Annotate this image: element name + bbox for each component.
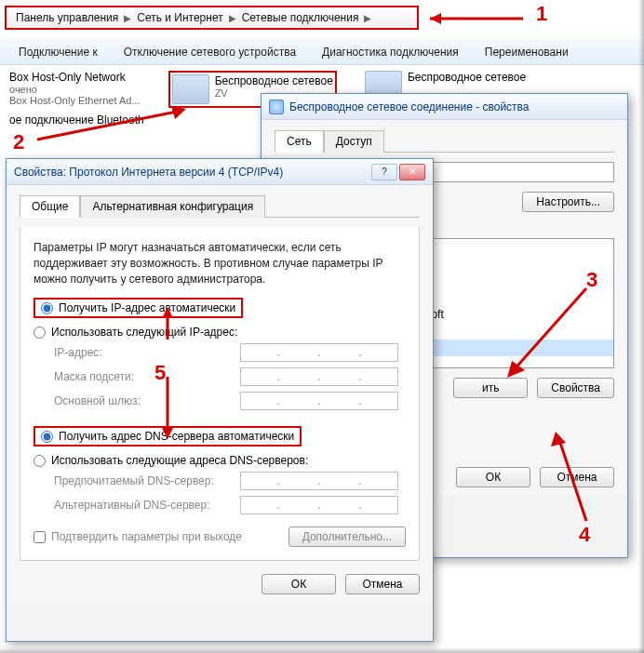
tab-network[interactable]: Сеть xyxy=(275,130,324,153)
install-button[interactable]: ить xyxy=(453,378,528,398)
tab-alternative-config[interactable]: Альтернативная конфигурация xyxy=(80,195,265,218)
tab-general[interactable]: Общие xyxy=(20,195,80,218)
tabstrip: Сеть Доступ xyxy=(275,129,614,153)
radio-manual-ip-input[interactable] xyxy=(34,326,46,339)
breadcrumb-item-network-internet[interactable]: Сеть и Интернет xyxy=(133,11,226,24)
field-subnet-mask: Маска подсети: ... xyxy=(34,365,406,389)
input-dns1: ... xyxy=(240,472,398,490)
close-button[interactable]: ✕ xyxy=(399,164,425,180)
chevron-right-icon: ▶ xyxy=(362,13,373,23)
radio-auto-dns[interactable]: Получить адрес DNS-сервера автоматически xyxy=(34,426,302,446)
input-gateway: ... xyxy=(240,392,398,410)
window-title: Беспроводное сетевое соединение - свойст… xyxy=(289,100,530,113)
network-monitor-icon xyxy=(172,74,209,104)
radio-auto-ip-input[interactable] xyxy=(41,302,53,314)
tabstrip: Общие Альтернативная конфигурация xyxy=(20,194,420,218)
connection-name: Box Host-Only Network xyxy=(9,71,141,84)
connection-adapter: Box Host-Only Ethernet Ad... xyxy=(9,95,141,106)
field-ip-address: IP-адрес: ... xyxy=(34,340,406,365)
field-gateway: Основной шлюз: ... xyxy=(34,389,406,413)
cancel-button[interactable]: Отмена xyxy=(345,574,420,594)
svg-marker-1 xyxy=(430,13,441,24)
input-mask: ... xyxy=(240,367,398,386)
annotation-1: 1 xyxy=(536,2,547,26)
info-paragraph: Параметры IP могут назначаться автоматич… xyxy=(34,240,406,287)
properties-button[interactable]: Свойства xyxy=(537,378,614,398)
advanced-button[interactable]: Дополнительно... xyxy=(288,526,406,547)
window-icon xyxy=(269,100,284,114)
radio-auto-dns-label: Получить адрес DNS-сервера автоматически xyxy=(59,430,294,443)
breadcrumb-item-network-connections[interactable]: Сетевые подключения xyxy=(238,11,363,24)
configure-button[interactable]: Настроить... xyxy=(522,192,614,212)
label-dns2: Альтернативный DNS-сервер: xyxy=(54,499,231,512)
connection-status: очено xyxy=(9,84,141,95)
radio-auto-ip[interactable]: Получить IP-адрес автоматически xyxy=(34,298,243,318)
chevron-right-icon: ▶ xyxy=(227,13,238,23)
titlebar[interactable]: Беспроводное сетевое соединение - свойст… xyxy=(262,94,627,120)
connection-name: Беспроводное сетевое xyxy=(215,74,333,87)
field-dns-preferred: Предпочитаемый DNS-сервер: ... xyxy=(34,469,406,493)
label-mask: Маска подсети: xyxy=(54,370,231,383)
radio-auto-dns-input[interactable] xyxy=(41,431,53,443)
radio-manual-ip-label: Использовать следующий IP-адрес: xyxy=(51,326,237,339)
toolbar-item-rename[interactable]: Переименовани xyxy=(485,46,569,59)
toolbar-item-diagnose[interactable]: Диагностика подключения xyxy=(322,46,459,59)
label-ip: IP-адрес: xyxy=(54,346,231,359)
ok-button[interactable]: ОК xyxy=(456,467,530,487)
checkbox-validate[interactable]: Подтвердить параметры при выходе Дополни… xyxy=(34,526,406,547)
connection-item-hostonly[interactable]: Box Host-Only Network очено Box Host-Onl… xyxy=(9,71,141,108)
breadcrumb-item-control-panel[interactable]: Панель управления xyxy=(12,11,122,24)
breadcrumb-bar[interactable]: Панель управления ▶ Сеть и Интернет ▶ Се… xyxy=(5,6,419,30)
annotation-2: 2 xyxy=(13,130,24,154)
field-dns-alternate: Альтернативный DNS-сервер: ... xyxy=(34,493,406,517)
checkbox-validate-label: Подтвердить параметры при выходе xyxy=(51,530,242,543)
radio-manual-dns[interactable]: Использовать следующие адреса DNS-сервер… xyxy=(34,452,406,469)
radio-manual-dns-label: Использовать следующие адреса DNS-сервер… xyxy=(51,454,308,467)
command-toolbar: Подключение к Отключение сетевого устрой… xyxy=(0,39,644,65)
toolbar-item-disable-device[interactable]: Отключение сетевого устройства xyxy=(124,46,296,59)
window-title: Свойства: Протокол Интернета версии 4 (T… xyxy=(14,166,283,179)
chevron-right-icon: ▶ xyxy=(122,13,133,23)
connection-name: Беспроводное сетевое xyxy=(408,71,526,84)
input-ip: ... xyxy=(240,343,398,362)
checkbox-validate-input[interactable] xyxy=(34,531,46,543)
radio-manual-dns-input[interactable] xyxy=(34,455,46,467)
ok-button[interactable]: ОК xyxy=(262,574,336,594)
input-dns2: ... xyxy=(240,496,398,514)
radio-manual-ip[interactable]: Использовать следующий IP-адрес: xyxy=(34,324,406,340)
label-gateway: Основной шлюз: xyxy=(54,394,231,407)
radio-auto-ip-label: Получить IP-адрес автоматически xyxy=(59,301,235,314)
window-ipv4-properties: Свойства: Протокол Интернета версии 4 (T… xyxy=(6,158,434,642)
cancel-button[interactable]: Отмена xyxy=(540,467,614,487)
titlebar[interactable]: Свойства: Протокол Интернета версии 4 (T… xyxy=(7,159,433,185)
tab-access[interactable]: Доступ xyxy=(324,130,384,153)
toolbar-item-connect-to[interactable]: Подключение к xyxy=(19,46,98,59)
label-dns1: Предпочитаемый DNS-сервер: xyxy=(54,474,231,487)
help-button[interactable]: ? xyxy=(371,164,397,180)
